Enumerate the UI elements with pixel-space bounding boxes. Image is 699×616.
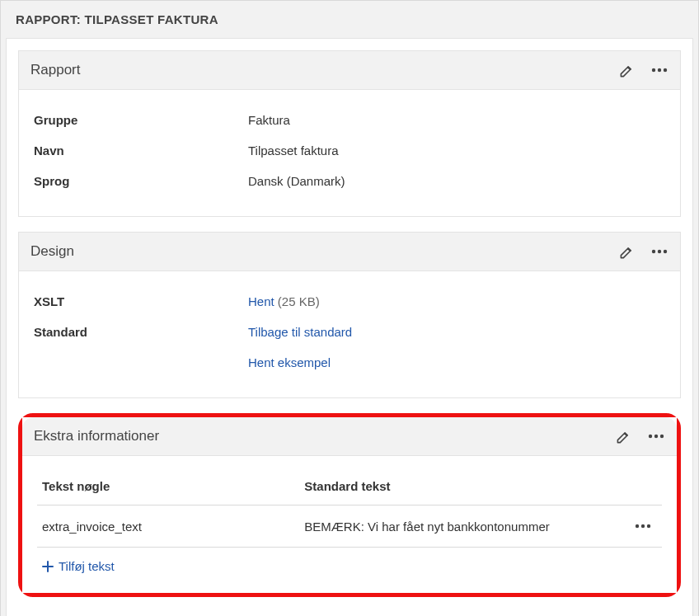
svg-point-9 <box>636 524 639 528</box>
xslt-download-link[interactable]: Hent <box>248 294 274 308</box>
section-rapport-header: Rapport <box>19 51 680 90</box>
svg-point-11 <box>647 524 650 528</box>
svg-point-4 <box>658 250 661 253</box>
field-label-language: Sprog <box>34 174 248 188</box>
row-more-button[interactable] <box>634 517 652 535</box>
edit-button[interactable] <box>614 427 632 445</box>
page-title: RAPPORT: TILPASSET FAKTURA <box>1 1 698 38</box>
svg-point-1 <box>658 68 661 72</box>
svg-point-5 <box>664 250 667 253</box>
field-label-name: Navn <box>34 143 248 158</box>
download-example-link[interactable]: Hent eksempel <box>248 355 331 369</box>
svg-point-7 <box>654 435 658 438</box>
more-button[interactable] <box>650 61 669 79</box>
add-text-button[interactable]: Tilføj tekst <box>42 559 115 573</box>
pencil-icon <box>616 429 631 444</box>
xslt-size: (25 KB) <box>274 294 320 308</box>
pencil-icon <box>619 63 635 78</box>
svg-point-2 <box>664 68 667 72</box>
section-extra: Ekstra informationer <box>22 417 677 593</box>
field-label-xslt: XSLT <box>34 294 248 308</box>
column-header-default-text: Standard tekst <box>299 471 629 505</box>
svg-point-8 <box>660 435 664 438</box>
field-value-name: Tilpasset faktura <box>248 143 339 158</box>
pencil-icon <box>619 244 635 260</box>
field-value-group: Faktura <box>248 113 290 127</box>
ellipsis-icon <box>651 68 668 73</box>
section-extra-header: Ekstra informationer <box>22 417 677 456</box>
section-extra-title: Ekstra informationer <box>34 428 159 444</box>
svg-point-6 <box>649 435 652 438</box>
edit-button[interactable] <box>617 242 636 261</box>
svg-point-3 <box>652 250 655 253</box>
column-header-key: Tekst nøgle <box>37 471 299 505</box>
svg-point-10 <box>641 524 645 528</box>
section-rapport: Rapport Gruppe <box>18 50 681 217</box>
svg-point-0 <box>652 68 655 72</box>
section-rapport-title: Rapport <box>30 62 80 78</box>
add-text-label: Tilføj tekst <box>59 559 115 573</box>
ellipsis-icon <box>648 434 664 439</box>
ellipsis-icon <box>651 249 668 254</box>
more-button[interactable] <box>650 242 669 261</box>
section-design-title: Design <box>30 243 74 260</box>
highlight-extra-section: Ekstra informationer <box>18 413 681 597</box>
cell-key: extra_invoice_text <box>37 505 299 548</box>
section-design-header: Design <box>19 233 680 271</box>
reset-to-standard-link[interactable]: Tilbage til standard <box>248 325 352 339</box>
table-row: extra_invoice_text BEMÆRK: Vi har fået n… <box>37 505 662 548</box>
field-label-group: Gruppe <box>34 113 248 127</box>
field-value-language: Dansk (Danmark) <box>248 174 345 188</box>
edit-button[interactable] <box>617 61 636 79</box>
field-label-standard: Standard <box>34 325 248 339</box>
extra-table-header: Tekst nøgle Standard tekst <box>37 471 662 505</box>
cell-text: BEMÆRK: Vi har fået nyt bankkontonummer <box>299 505 629 548</box>
plus-icon <box>42 561 54 572</box>
more-button[interactable] <box>647 427 665 445</box>
ellipsis-icon <box>635 524 651 529</box>
section-design: Design XSLT <box>18 232 681 398</box>
